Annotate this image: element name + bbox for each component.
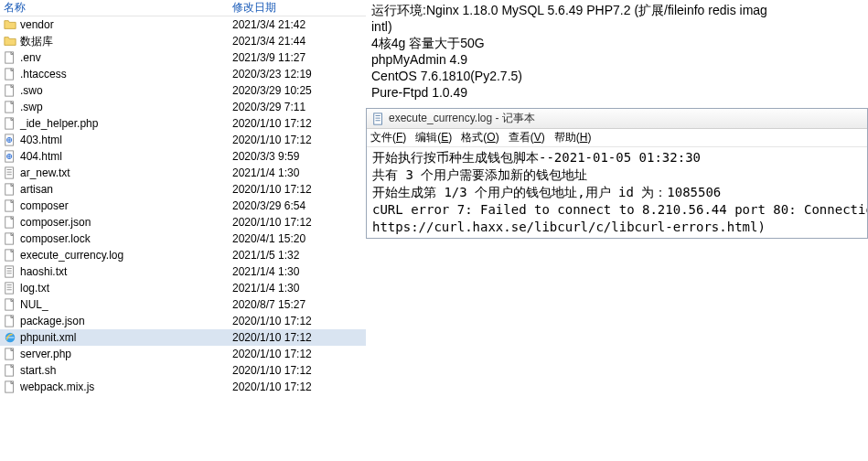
notepad-content[interactable]: 开始执行按币种生成钱包脚本--2021-01-05 01:32:30共有 3 个… [367,147,867,238]
file-row[interactable]: vendor2021/3/4 21:42 [0,16,366,33]
file-row[interactable]: ar_new.txt2021/1/4 1:30 [0,165,366,181]
file-date-cell: 2021/1/4 1:30 [229,280,366,296]
file-date-cell: 2021/1/4 1:30 [229,165,366,181]
file-name-text: NUL_ [20,296,48,313]
file-date-cell: 2021/1/4 1:30 [229,263,366,280]
env-info-block: 运行环境:Nginx 1.18.0 MySQL 5.6.49 PHP7.2 (扩… [366,0,868,102]
file-explorer-pane: 名称 修改日期 vendor2021/3/4 21:42数据库2021/3/4 … [0,0,366,461]
file-date-cell: 2020/3/29 10:25 [229,82,366,99]
file-name-cell: composer.lock [0,230,229,247]
file-row[interactable]: artisan2020/1/10 17:12 [0,181,366,198]
notepad-icon [372,113,385,125]
file-list: vendor2021/3/4 21:42数据库2021/3/4 21:44.en… [0,16,366,395]
env-info-line: 4核4g 容量大于50G [371,35,863,51]
notepad-line: 开始生成第 1/3 个用户的钱包地址,用户 id 为：1085506 [372,184,862,201]
txt-icon [4,265,16,278]
file-row[interactable]: composer2020/3/29 6:54 [0,198,366,214]
file-name-cell: 403.html [0,132,229,148]
file-name-text: 404.html [20,148,62,165]
file-name-cell: 404.html [0,148,229,165]
menu-edit[interactable]: 编辑(E) [415,130,452,145]
file-name-text: artisan [20,181,53,198]
notepad-titlebar[interactable]: execute_currency.log - 记事本 [367,109,867,129]
file-row[interactable]: execute_currency.log2021/1/5 1:32 [0,247,366,263]
file-date-cell: 2021/1/5 1:32 [229,247,366,263]
notepad-line: https://curl.haxx.se/libcurl/c/libcurl-e… [372,219,862,236]
file-date-cell: 2020/1/10 17:12 [229,181,366,198]
file-name-text: composer.lock [20,230,91,247]
file-row[interactable]: haoshi.txt2021/1/4 1:30 [0,263,366,280]
file-name-text: package.json [20,313,85,329]
menu-view[interactable]: 查看(V) [509,130,545,145]
file-row[interactable]: webpack.mix.js2020/1/10 17:12 [0,379,366,395]
file-row[interactable]: start.sh2020/1/10 17:12 [0,362,366,379]
file-row[interactable]: .swo2020/3/29 10:25 [0,82,366,99]
file-icon [4,199,16,212]
right-pane: 运行环境:Nginx 1.18.0 MySQL 5.6.49 PHP7.2 (扩… [366,0,868,461]
notepad-line: 共有 3 个用户需要添加新的钱包地址 [372,166,862,184]
file-name-cell: haoshi.txt [0,263,229,280]
notepad-menubar: 文件(F) 编辑(E) 格式(O) 查看(V) 帮助(H) [367,129,867,147]
file-name-cell: ar_new.txt [0,165,229,181]
file-name-text: .swp [20,99,43,115]
file-name-text: .htaccess [20,66,67,82]
file-row[interactable]: 数据库2021/3/4 21:44 [0,33,366,49]
column-header-date[interactable]: 修改日期 [229,0,366,16]
env-info-line: 运行环境:Nginx 1.18.0 MySQL 5.6.49 PHP7.2 (扩… [371,2,863,18]
file-row[interactable]: phpunit.xml2020/1/10 17:12 [0,329,366,346]
file-row[interactable]: log.txt2021/1/4 1:30 [0,280,366,296]
file-row[interactable]: .htaccess2020/3/23 12:19 [0,66,366,82]
file-date-cell: 2021/3/4 21:42 [229,16,366,33]
file-name-text: server.php [20,346,71,362]
file-name-text: 数据库 [20,33,53,49]
file-icon [4,232,16,245]
file-icon [4,101,16,113]
file-name-cell: log.txt [0,280,229,296]
file-icon [4,348,16,360]
file-name-cell: start.sh [0,362,229,379]
file-date-cell: 2021/3/4 21:44 [229,33,366,49]
file-row[interactable]: composer.lock2020/4/1 15:20 [0,230,366,247]
file-row[interactable]: .swp2020/3/29 7:11 [0,99,366,115]
column-header-name[interactable]: 名称 [0,0,229,16]
file-row[interactable]: 404.html2020/3/3 9:59 [0,148,366,165]
file-row[interactable]: package.json2020/1/10 17:12 [0,313,366,329]
file-row[interactable]: .env2021/3/9 11:27 [0,49,366,66]
file-row[interactable]: composer.json2020/1/10 17:12 [0,214,366,230]
file-row[interactable]: _ide_helper.php2020/1/10 17:12 [0,115,366,132]
file-name-cell: phpunit.xml [0,329,229,346]
file-name-text: .env [20,49,41,66]
svg-rect-28 [5,266,14,277]
file-row[interactable]: server.php2020/1/10 17:12 [0,346,366,362]
svg-rect-47 [374,113,382,123]
file-name-text: composer [20,198,69,214]
file-name-cell: .swo [0,82,229,99]
ie-icon [4,331,16,344]
file-date-cell: 2020/1/10 17:12 [229,379,366,395]
file-name-cell: execute_currency.log [0,247,229,263]
file-name-text: ar_new.txt [20,165,70,181]
file-date-cell: 2020/1/10 17:12 [229,132,366,148]
file-name-cell: vendor [0,16,229,33]
file-name-cell: server.php [0,346,229,362]
file-date-cell: 2020/8/7 15:27 [229,296,366,313]
file-name-cell: .swp [0,99,229,115]
file-name-cell: composer.json [0,214,229,230]
menu-file[interactable]: 文件(F) [370,130,406,145]
file-name-cell: composer [0,198,229,214]
menu-help[interactable]: 帮助(H) [554,130,592,145]
txt-icon [4,166,16,179]
file-name-text: phpunit.xml [20,329,76,346]
file-row[interactable]: NUL_2020/8/7 15:27 [0,296,366,313]
file-name-text: _ide_helper.php [20,115,98,132]
file-name-cell: .htaccess [0,66,229,82]
file-date-cell: 2020/3/23 12:19 [229,66,366,82]
file-name-cell: package.json [0,313,229,329]
file-icon [4,381,16,393]
file-row[interactable]: 403.html2020/1/10 17:12 [0,132,366,148]
html-icon [4,150,16,163]
file-date-cell: 2020/1/10 17:12 [229,115,366,132]
file-name-text: .swo [20,82,43,99]
file-date-cell: 2020/3/29 6:54 [229,198,366,214]
menu-format[interactable]: 格式(O) [461,130,498,145]
